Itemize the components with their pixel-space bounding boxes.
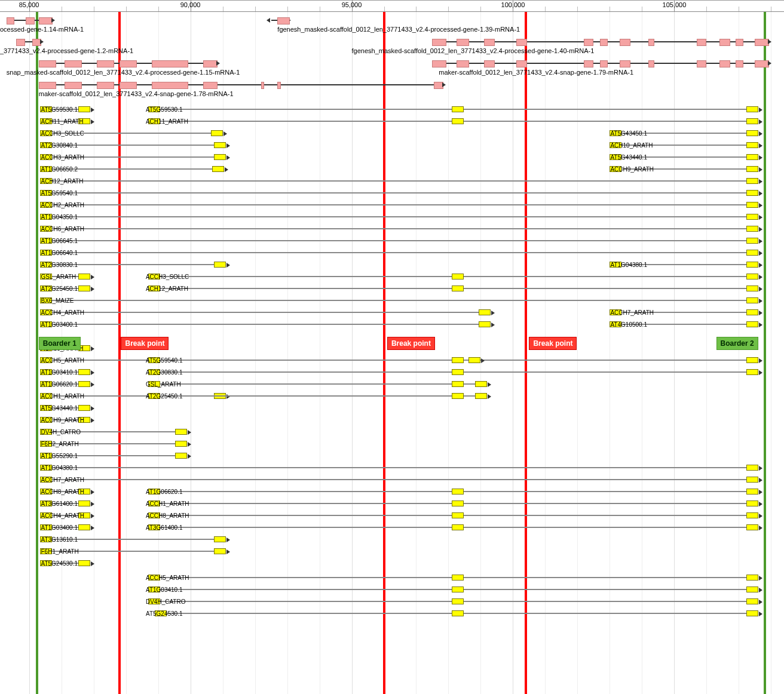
exon [584,39,593,46]
track-label: AT1G03400.1 [40,524,78,531]
highlight-label: Boarder 2 [716,337,758,350]
gene-label: maker-scaffold_0012_len_3771433_v2.4-sna… [39,90,234,97]
track-label: AT2G30840.1 [40,142,78,149]
track-label: BX6_MAIZE [40,297,74,304]
track-label: ACCH1_ARATH [145,500,190,507]
alignment-track: AT5G24530.1 [0,559,784,571]
alignment-track: ACH12_ARATH [0,284,784,296]
track-end-marker [214,548,226,554]
track-label: DV4H_CATRO [145,598,186,605]
track-label: ACH12_ARATH [40,178,84,185]
alignment-track: AT3G61400.1 [0,523,784,535]
ruler-label: 85,000 [19,1,39,8]
exon [516,39,527,46]
track-end-marker [746,226,758,232]
gene-label: maker-scaffold_0012_len_3771433_v2.4-sna… [439,69,633,76]
exon [97,82,114,89]
track-label: AT1G03400.1 [40,321,78,328]
track-label: AT1G03410.1 [40,369,78,376]
alignment-track: ACCH7_ARATH [0,475,784,487]
alignment-track: AT2G30830.1 [0,368,784,380]
alignment-track: ACCH1_ARATH [0,499,784,511]
track-label: ACCH5_ARATH [40,357,85,364]
track-end-marker [746,586,758,592]
track-end-marker [175,429,187,435]
alignment-track: DV4H_CATRO [0,428,784,440]
exon [736,39,743,46]
track-label: F6H1_ARATH [40,548,79,555]
track-label: ACCH7_ARATH [610,309,654,316]
track-label: AT5G24530.1 [145,610,183,617]
track-end-marker [746,321,758,327]
exon [432,39,446,46]
ruler-label: 105,000 [663,1,687,8]
track-label: ACH10_ARATH [610,142,653,149]
alignment-track: AT2G25450.1 [0,392,784,404]
track-end-marker [746,610,758,616]
track-end-marker [746,250,758,256]
track-label: AT1G04380.1 [40,465,78,471]
alignment-track: GSL_ARATH [0,380,784,392]
alignment-track: BX6_MAIZE [0,296,784,308]
alignment-track: AT5G59530.1 [0,105,784,117]
track-end-marker [175,453,187,459]
coordinate-ruler: 85,00090,00095,000100,000105,000 [0,1,784,12]
alignment-track: ACH11_ARATH [0,117,784,129]
track-label: ACH11_ARATH [40,118,84,125]
ruler-label: 95,000 [342,1,362,8]
track-label: ACCH7_ARATH [40,477,85,483]
exon [648,60,654,67]
track-label: AT3G61400.1 [40,500,78,507]
exon [484,60,495,67]
track-end-marker [746,512,758,518]
gene-model: fgenesh_masked-scaffold_0012_len_3771433… [0,14,784,35]
alignment-track: AT1G04350.1 [0,213,784,225]
track-end-marker [746,285,758,291]
exon [600,60,608,67]
alignment-track: AT3G13610.1 [0,535,784,547]
exon [120,82,137,89]
track-end-marker [746,524,758,530]
alignment-track: ACCH9_ARATH [0,165,784,177]
ruler-label: 100,000 [501,1,525,8]
exon [152,82,188,89]
track-end-marker [746,190,758,196]
alignment-track: AT1G06620.1 [0,487,784,499]
gene-model: fgenesh_masked-scaffold_0012_len_3771433… [0,35,784,57]
alignment-track: AT1G03410.1 [0,585,784,597]
track-label: AT1G06640.1 [40,250,78,256]
track-end-marker [175,441,187,447]
track-label: AT5G24530.1 [40,560,78,567]
track-label: AT5G59530.1 [145,106,183,113]
exon [719,39,730,46]
exon [484,39,495,46]
track-end-marker [746,214,758,220]
track-label: AT1G06620.1 [40,381,78,388]
track-end-marker [475,381,487,387]
alignment-track: AT5G59540.1 [0,356,784,368]
track-label: ACCH4_ARATH [40,309,85,316]
alignment-track: AT5G43450.1 [0,129,784,141]
track-label: ACCH4_ARATH [40,512,85,519]
highlight-label: Break point [121,337,169,350]
exon [277,17,290,24]
track-label: AT5G43440.1 [610,154,648,161]
track-end-marker [746,575,758,581]
track-end-marker [214,536,226,542]
highlight-label: Boarder 1 [39,337,81,350]
exon [620,39,630,46]
exon [719,60,730,67]
genome-browser[interactable]: 85,00090,00095,000100,000105,000 ocessed… [0,0,784,694]
track-label: AT1G06650.2 [40,166,78,173]
track-label: AT5G43450.1 [610,130,648,137]
alignment-track: AT1G06645.1 [0,237,784,248]
alignment-track: ACH10_ARATH [0,141,784,153]
track-end-marker [746,118,758,124]
track-end-marker [746,297,758,303]
track-label: AT5G43440.1 [40,405,78,412]
alignment-track: AT1G55290.1 [0,452,784,463]
track-label: ACCH3_ARATH [40,154,85,161]
track-end-marker [746,274,758,280]
track-end-marker [746,262,758,268]
alignment-track: F6H1_ARATH [0,547,784,559]
